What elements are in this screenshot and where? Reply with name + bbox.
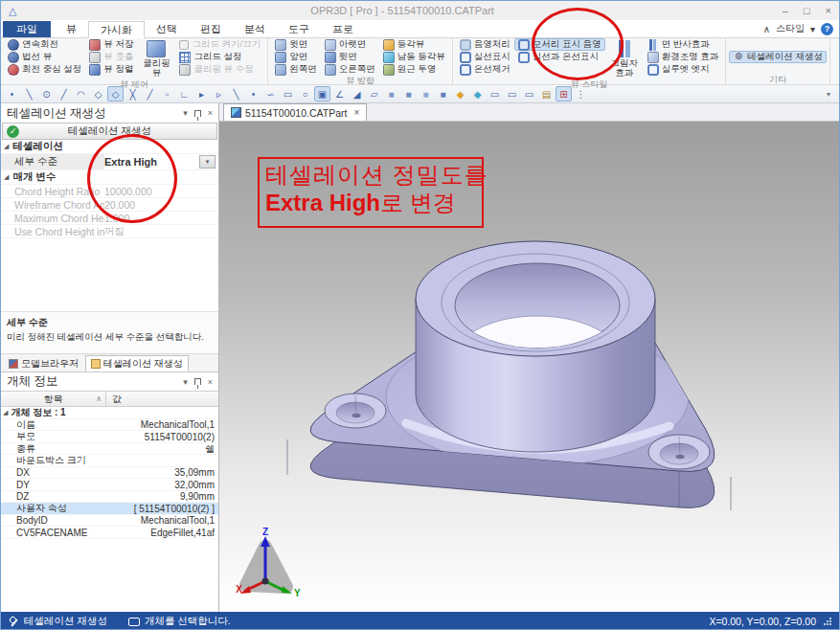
split-icon[interactable]: ╱ xyxy=(142,86,158,101)
menu-tab-6[interactable]: 도구 xyxy=(277,21,321,37)
perspective-projection-button[interactable]: 원근 투영 xyxy=(379,63,449,76)
property-row-6[interactable]: Use Chord Height instead...꺼짐 xyxy=(1,225,218,238)
cube-view-1-icon[interactable]: ■ xyxy=(383,86,399,101)
shade-style-icon[interactable]: ▭ xyxy=(487,86,503,101)
set-rotation-center-button[interactable]: 회전 중심 설정 xyxy=(4,63,85,76)
menu-tab-5[interactable]: 분석 xyxy=(233,21,277,37)
plane-icon[interactable]: ▱ xyxy=(366,86,382,101)
cube-view-2-icon[interactable]: ■ xyxy=(400,86,417,101)
panel-close-icon[interactable]: × xyxy=(208,108,213,118)
detail-level-dropdown[interactable]: ▾ xyxy=(199,155,216,169)
wireframe-button[interactable]: 실선표시 xyxy=(456,51,514,63)
minimize-button[interactable]: – xyxy=(783,5,788,16)
left-view-button[interactable]: 왼쪽면 xyxy=(271,63,321,76)
menu-tab-0[interactable]: 파일 xyxy=(3,21,51,37)
overflow-icon[interactable]: ⋮ xyxy=(573,86,589,101)
table-row-9[interactable]: BodyIDMechanicalTool,1 xyxy=(1,515,218,528)
grid-toggle-button[interactable]: 그리드 켜기/끄기 xyxy=(175,38,264,51)
ellipse-icon[interactable]: ○ xyxy=(297,86,313,101)
arc-icon[interactable]: ◠ xyxy=(73,86,89,101)
panel-collapse-icon[interactable]: ▾ xyxy=(183,377,188,387)
bottom-view-button[interactable]: 아랫면 xyxy=(321,38,379,51)
overflow-chevron-icon[interactable]: ▾ xyxy=(827,90,836,99)
hidden-line-removed-button[interactable]: 은선제거 xyxy=(456,63,514,76)
polygon-select-icon[interactable]: ◇ xyxy=(107,86,124,101)
polygon-icon[interactable]: ◇ xyxy=(90,86,106,101)
circle-center-icon[interactable]: ⊙ xyxy=(38,86,55,101)
shadow-effect-button[interactable]: 그림자 효과 xyxy=(605,38,644,79)
edit-clipping-view-button[interactable]: 클리핑 뷰 수정 xyxy=(175,63,264,76)
close-button[interactable]: × xyxy=(826,5,831,16)
cube-view-3-icon[interactable]: ■ xyxy=(418,86,434,101)
document-tab[interactable]: 51154T00010.CATPart × xyxy=(223,103,367,121)
window-icon[interactable]: ▭ xyxy=(280,86,296,101)
iso-cube-icon[interactable]: ◆ xyxy=(452,86,468,101)
maximize-button[interactable]: □ xyxy=(804,5,810,16)
front-view-button[interactable]: 앞면 xyxy=(271,51,321,63)
3d-view[interactable]: Z X Y 테셀레이션 정밀도를 Extra High로 변경 xyxy=(219,122,839,612)
axis-triad[interactable]: Z X Y xyxy=(236,527,301,598)
menu-tab-1[interactable]: 뷰 xyxy=(55,21,88,37)
se-iso-cube-icon[interactable]: ◆ xyxy=(469,86,486,101)
edge-style-icon[interactable]: ▤ xyxy=(538,86,555,101)
node-icon[interactable]: ▫ xyxy=(159,86,175,101)
table-row-5[interactable]: DX35,09mm xyxy=(1,467,218,480)
ambient-light-button[interactable]: 환경조명 효과 xyxy=(644,51,723,63)
help-icon[interactable]: ? xyxy=(821,23,833,35)
panel-close-icon[interactable]: × xyxy=(208,377,213,387)
property-row-3[interactable]: Chord Height Ratio10000.000 xyxy=(1,185,218,198)
se-isometric-view-button[interactable]: 남동 등각뷰 xyxy=(379,51,449,63)
column-header-item[interactable]: 항목 ∧ xyxy=(1,392,106,406)
window-select-icon[interactable]: ▣ xyxy=(314,86,330,101)
angle-icon[interactable]: ∠ xyxy=(331,86,348,101)
expander-icon[interactable]: ◢ xyxy=(4,173,9,181)
clipping-view-button[interactable]: 클리핑 뷰 xyxy=(137,38,175,79)
expander-icon[interactable]: ◢ xyxy=(3,409,8,416)
palette-icon[interactable]: ⊞ xyxy=(556,86,572,101)
grid-settings-button[interactable]: 그리드 설정 xyxy=(175,51,264,63)
shaded-with-edges-button[interactable]: 모서리 표시 음영 xyxy=(514,38,605,51)
pick-edge-icon[interactable]: ▹ xyxy=(211,86,227,101)
pin-icon[interactable] xyxy=(194,110,201,117)
table-row-8[interactable]: 사용자 속성[ 51154T00010(2) ] xyxy=(1,503,218,515)
pin-icon[interactable] xyxy=(194,378,201,385)
panel-collapse-icon[interactable]: ▾ xyxy=(183,108,188,118)
save-view-button[interactable]: 뷰 저장 xyxy=(85,38,137,51)
table-row-6[interactable]: DY32,00mm xyxy=(1,479,218,491)
style-label[interactable]: 스타일 xyxy=(776,22,805,35)
table-row-10[interactable]: CV5FACENAMEEdgeFillet,41af xyxy=(1,527,218,539)
table-row-4[interactable]: 바운드박스 크기 xyxy=(1,455,218,467)
tangent-line-icon[interactable]: ╱ xyxy=(56,86,72,101)
panel-tab-model-browser[interactable]: 모델브라우저 xyxy=(3,355,84,371)
style-dropdown-icon[interactable]: ▾ xyxy=(810,24,815,34)
sketch-icon[interactable]: ╲ xyxy=(228,86,244,101)
pick-face-icon[interactable]: ▸ xyxy=(193,86,210,101)
intersect-icon[interactable]: ╳ xyxy=(125,86,141,101)
back-view-button[interactable]: 뒷면 xyxy=(321,51,379,63)
top-view-button[interactable]: 윗면 xyxy=(271,38,321,51)
regenerate-tessellation-action-button[interactable]: ✓ 테셀레이션 재생성 xyxy=(2,123,217,140)
align-view-button[interactable]: 뷰 정렬 xyxy=(85,63,137,76)
regenerate-tessellation-button[interactable]: ⊛테셀레이션 재생성 xyxy=(729,51,827,63)
shaded-button[interactable]: 음영처리 xyxy=(456,38,514,51)
face-reflection-button[interactable]: 면 반사효과 xyxy=(644,38,723,51)
property-row-4[interactable]: Wireframe Chord Angle20.000 xyxy=(1,198,218,212)
small-point-icon[interactable]: • xyxy=(245,86,261,101)
wireframe-style-icon[interactable]: ▭ xyxy=(504,86,520,101)
menu-tab-7[interactable]: 프로 xyxy=(321,21,365,37)
recall-view-button[interactable]: 뷰 호출 xyxy=(85,51,137,63)
normal-view-button[interactable]: 법선 뷰 xyxy=(4,51,85,63)
tab-close-icon[interactable]: × xyxy=(353,107,359,118)
hidden-style-icon[interactable]: ▭ xyxy=(521,86,537,101)
panel-tab-tessellation[interactable]: 테셀레이션 재생성 xyxy=(85,355,189,371)
expander-icon[interactable]: ◢ xyxy=(4,143,9,150)
curve-icon[interactable]: ∽ xyxy=(262,86,279,101)
silhouette-edge-button[interactable]: 실루엣 엣지 xyxy=(644,63,723,76)
cube-view-4-icon[interactable]: ■ xyxy=(435,86,451,101)
right-view-button[interactable]: 오른쪽면 xyxy=(321,63,379,76)
property-row-5[interactable]: Maximum Chord Height1.000 xyxy=(1,212,218,225)
wireframe-hidden-button[interactable]: 실선과 은선표시 xyxy=(514,51,605,63)
menu-tab-4[interactable]: 편집 xyxy=(189,21,233,37)
menu-tab-3[interactable]: 선택 xyxy=(145,21,189,37)
flange-part[interactable] xyxy=(287,241,731,510)
